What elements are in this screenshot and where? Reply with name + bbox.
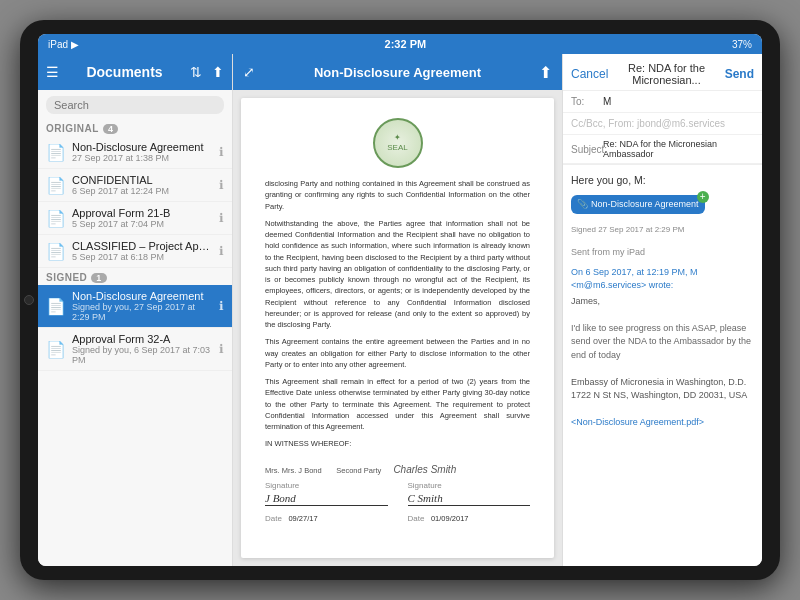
doc-file-icon: 📄: [46, 143, 66, 162]
hamburger-icon[interactable]: ☰: [46, 64, 59, 80]
doc-seal: ✦SEAL: [265, 118, 530, 168]
doc-paragraph-5: IN WITNESS WHEREOF:: [265, 438, 530, 449]
status-left: iPad ▶: [48, 39, 79, 50]
sidebar: ☰ Documents ⇅ ⬆ ORIGINAL 4 📄: [38, 54, 233, 566]
email-fields: To: M Cc/Bcc, From: jbond@m6.services Su…: [563, 91, 762, 165]
upload-icon[interactable]: ⬆: [212, 64, 224, 80]
section-signed-label: SIGNED: [46, 272, 87, 283]
doc-item-nda-signed[interactable]: 📄 Non-Disclosure Agreement Signed by you…: [38, 285, 232, 328]
doc-info: CONFIDENTIAL 6 Sep 2017 at 12:24 PM: [72, 174, 213, 196]
email-to-label: To:: [571, 96, 603, 107]
email-to-row: To: M: [563, 91, 762, 113]
doc-item-approval-32a[interactable]: 📄 Approval Form 32-A Signed by you, 6 Se…: [38, 328, 232, 371]
doc-info: Non-Disclosure Agreement 27 Sep 2017 at …: [72, 141, 213, 163]
status-time: 2:32 PM: [385, 38, 427, 50]
attachment-badge[interactable]: 📎 Non-Disclosure Agreement +: [571, 195, 705, 215]
doc-item-nda-original[interactable]: 📄 Non-Disclosure Agreement 27 Sep 2017 a…: [38, 136, 232, 169]
seal-inner: ✦SEAL: [387, 133, 407, 152]
section-original-label: ORIGINAL: [46, 123, 99, 134]
sig-date-2: Date 01/09/2017: [408, 514, 531, 523]
section-signed-badge: 1: [91, 273, 107, 283]
sig-field-sig2: Signature C Smith: [408, 481, 531, 508]
document-area: ⤢ Non-Disclosure Agreement ⬆ ✦SEAL discl…: [233, 54, 562, 566]
attachment-area: 📎 Non-Disclosure Agreement + Signed 27 S…: [571, 195, 754, 237]
email-subject-preview: Re: NDA for the Micronesian...: [608, 62, 724, 86]
sidebar-header: ☰ Documents ⇅ ⬆: [38, 54, 232, 90]
doc-date: Signed by you, 27 Sep 2017 at 2:29 PM: [72, 302, 213, 322]
doc-file-icon: 📄: [46, 340, 66, 359]
doc-info: Approval Form 21-B 5 Sep 2017 at 7:04 PM: [72, 207, 213, 229]
doc-file-icon: 📄: [46, 176, 66, 195]
status-right: 37%: [732, 39, 752, 50]
doc-info-icon[interactable]: ℹ: [219, 299, 224, 313]
doc-paragraph-1: disclosing Party and nothing contained i…: [265, 178, 530, 212]
search-bar: [38, 90, 232, 119]
email-header: Cancel Re: NDA for the Micronesian... Se…: [563, 54, 762, 91]
quoted-address-label: Embassy of Micronesia in Washington, D.D…: [571, 376, 754, 390]
quoted-body: I'd like to see progress on this ASAP, p…: [571, 322, 754, 363]
sig-field-party1: Mrs. Mrs. J Bond Second Party Charles Sm…: [265, 464, 530, 475]
quoted-author: On 6 Sep 2017, at 12:19 PM, M <m@m6.serv…: [571, 266, 754, 293]
doc-paragraph-4: This Agreement shall remain in effect fo…: [265, 376, 530, 432]
doc-signatures: Mrs. Mrs. J Bond Second Party Charles Sm…: [265, 464, 530, 523]
doc-info-icon[interactable]: ℹ: [219, 211, 224, 225]
email-cc-row: Cc/Bcc, From: jbond@m6.services: [563, 113, 762, 135]
email-cancel-button[interactable]: Cancel: [571, 67, 608, 81]
tablet-screen: iPad ▶ 2:32 PM 37% ☰ Documents ⇅ ⬆: [38, 34, 762, 566]
doc-date: 6 Sep 2017 at 12:24 PM: [72, 186, 213, 196]
doc-paragraph-3: This Agreement contains the entire agree…: [265, 336, 530, 370]
quoted-name: James,: [571, 295, 754, 309]
battery-label: 37%: [732, 39, 752, 50]
sig-date-1: Date 09/27/17: [265, 514, 388, 523]
expand-icon[interactable]: ⤢: [243, 64, 255, 80]
attachment-name: Non-Disclosure Agreement: [591, 198, 699, 212]
sort-icon[interactable]: ⇅: [190, 64, 202, 80]
attachment-link[interactable]: <Non-Disclosure Agreement.pdf>: [571, 416, 754, 430]
sent-from: Sent from my iPad: [571, 246, 754, 260]
doc-info: Non-Disclosure Agreement Signed by you, …: [72, 290, 213, 322]
doc-item-classified[interactable]: 📄 CLASSIFIED – Project Apollo 5 Sep 2017…: [38, 235, 232, 268]
doc-file-icon: 📄: [46, 297, 66, 316]
doc-info-icon[interactable]: ℹ: [219, 145, 224, 159]
doc-info-icon[interactable]: ℹ: [219, 342, 224, 356]
doc-item-confidential[interactable]: 📄 CONFIDENTIAL 6 Sep 2017 at 12:24 PM ℹ: [38, 169, 232, 202]
sig-line-2: C Smith: [408, 492, 531, 506]
doc-name: CONFIDENTIAL: [72, 174, 213, 186]
doc-name: Approval Form 21-B: [72, 207, 213, 219]
doc-paragraph-2: Notwithstanding the above, the Parties a…: [265, 218, 530, 331]
attachment-plus-icon: +: [697, 191, 709, 203]
ipad-label: iPad ▶: [48, 39, 79, 50]
doc-file-icon: 📄: [46, 209, 66, 228]
status-bar: iPad ▶ 2:32 PM 37%: [38, 34, 762, 54]
doc-name: Approval Form 32-A: [72, 333, 213, 345]
sig-field-sig1: Signature J Bond: [265, 481, 388, 508]
doc-name: Non-Disclosure Agreement: [72, 141, 213, 153]
section-original-badge: 4: [103, 124, 119, 134]
doc-date: 5 Sep 2017 at 7:04 PM: [72, 219, 213, 229]
email-subject-row: Subject: Re: NDA for the Micronesian Amb…: [563, 135, 762, 164]
email-to-value[interactable]: M: [603, 96, 754, 107]
doc-info-icon[interactable]: ℹ: [219, 244, 224, 258]
search-input[interactable]: [46, 96, 224, 114]
home-button[interactable]: [24, 295, 34, 305]
sig-label-party1: Mrs. Mrs. J Bond Second Party Charles Sm…: [265, 464, 530, 475]
sidebar-header-actions: ⇅ ⬆: [190, 64, 224, 80]
doc-toolbar: ⤢ Non-Disclosure Agreement ⬆: [233, 54, 562, 90]
sig-line-1: J Bond: [265, 492, 388, 506]
email-subject-label: Subject:: [571, 144, 603, 155]
doc-date: Signed by you, 6 Sep 2017 at 7:03 PM: [72, 345, 213, 365]
email-panel: Cancel Re: NDA for the Micronesian... Se…: [562, 54, 762, 566]
email-cc-hint[interactable]: Cc/Bcc, From: jbond@m6.services: [571, 118, 725, 129]
share-icon[interactable]: ⬆: [539, 63, 552, 82]
doc-name: Non-Disclosure Agreement: [72, 290, 213, 302]
email-body: Here you go, M: 📎 Non-Disclosure Agreeme…: [563, 165, 762, 566]
quoted-address: 1722 N St NS, Washington, DD 20031, USA: [571, 389, 754, 403]
section-signed: SIGNED 1: [38, 268, 232, 285]
email-send-button[interactable]: Send: [725, 67, 754, 81]
doc-info-icon[interactable]: ℹ: [219, 178, 224, 192]
doc-date: 5 Sep 2017 at 6:18 PM: [72, 252, 213, 262]
sidebar-title: Documents: [86, 64, 162, 80]
email-subject-value[interactable]: Re: NDA for the Micronesian Ambassador: [603, 139, 754, 159]
doc-item-approval-21b[interactable]: 📄 Approval Form 21-B 5 Sep 2017 at 7:04 …: [38, 202, 232, 235]
doc-date: 27 Sep 2017 at 1:38 PM: [72, 153, 213, 163]
